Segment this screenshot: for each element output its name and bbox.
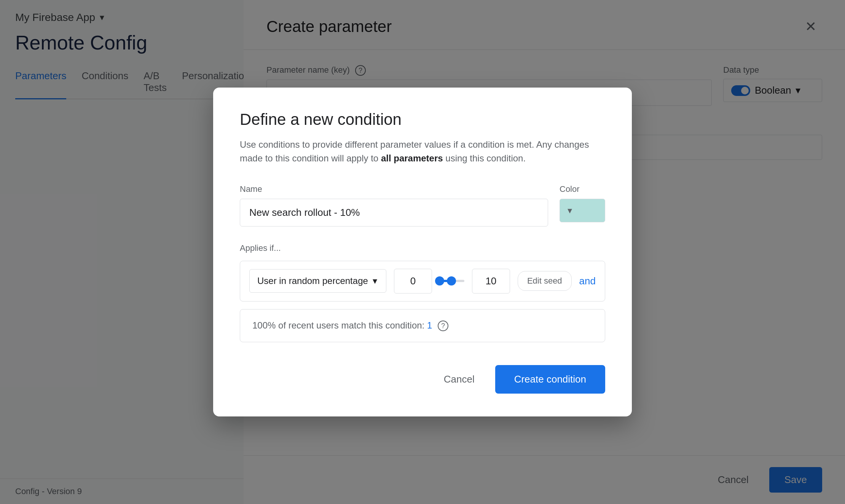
applies-label: Applies if...	[240, 243, 605, 253]
color-picker[interactable]: ▾	[560, 199, 605, 222]
slider-thumb-right[interactable]	[447, 276, 456, 285]
match-help-icon[interactable]: ?	[438, 321, 448, 331]
condition-type-chevron-icon: ▾	[373, 276, 377, 286]
range-min-input[interactable]	[394, 269, 432, 293]
modal-cancel-button[interactable]: Cancel	[435, 367, 484, 391]
slider-thumb-left[interactable]	[435, 276, 444, 285]
create-condition-button[interactable]: Create condition	[495, 365, 605, 394]
name-color-row: Name Color ▾	[240, 184, 605, 226]
edit-seed-button[interactable]: Edit seed	[518, 271, 572, 291]
color-label: Color	[560, 184, 605, 194]
modal-footer: Cancel Create condition	[240, 365, 605, 394]
match-info-box: 100% of recent users match this conditio…	[240, 309, 605, 343]
condition-row: User in random percentage ▾ Edit seed an…	[240, 261, 605, 301]
name-label: Name	[240, 184, 548, 194]
modal-title: Define a new condition	[240, 110, 605, 129]
slider-container	[440, 273, 464, 289]
range-max-input[interactable]	[472, 269, 510, 293]
define-condition-modal: Define a new condition Use conditions to…	[213, 88, 632, 417]
match-count-link[interactable]: 1	[427, 320, 432, 330]
condition-name-input[interactable]	[240, 199, 548, 226]
match-info-text: 100% of recent users match this conditio…	[252, 320, 424, 330]
condition-name-group: Name	[240, 184, 548, 226]
condition-type-select[interactable]: User in random percentage ▾	[249, 269, 386, 293]
modal-description: Use conditions to provide different para…	[240, 138, 605, 165]
and-link[interactable]: and	[579, 275, 596, 287]
color-group: Color ▾	[560, 184, 605, 222]
modal-overlay: Define a new condition Use conditions to…	[0, 0, 845, 504]
condition-type-label: User in random percentage	[257, 276, 368, 286]
color-chevron-icon: ▾	[568, 205, 572, 216]
